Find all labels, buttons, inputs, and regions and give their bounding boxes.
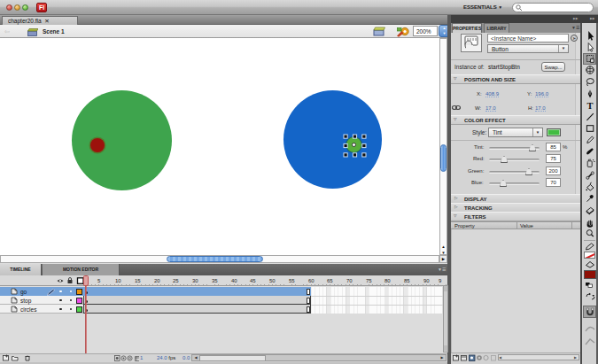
svg-text:T: T xyxy=(586,101,593,111)
